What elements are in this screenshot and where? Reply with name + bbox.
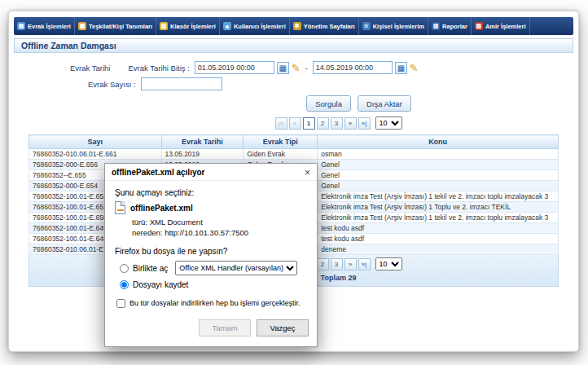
cell-konu: osman — [318, 149, 559, 160]
cell-tip: Giden Evrak — [244, 149, 318, 160]
dialog-title-bar: offlinePaket.xml açılıyor × — [105, 164, 317, 181]
cell-konu: Genel — [318, 181, 559, 191]
tab-klasor-islemleri[interactable]: ▧ Klasör İşlemleri — [156, 17, 220, 35]
cell-konu: Genel — [318, 170, 559, 181]
file-from-line: nereden: http://10.101.30.57:7500 — [132, 227, 307, 238]
calendar-icon[interactable]: ▦ — [277, 62, 289, 74]
save-file-radio[interactable] — [120, 280, 129, 289]
calendar-icon[interactable]: ▦ — [395, 62, 407, 74]
folder-icon: ▧ — [160, 22, 168, 30]
save-file-label: Dosyayı kaydet — [133, 280, 188, 289]
disa-aktar-button[interactable]: Dışa Aktar — [358, 95, 411, 112]
dialog-title: offlinePaket.xml açılıyor — [112, 168, 205, 177]
next-page-button[interactable]: » — [344, 117, 357, 130]
last-page-button[interactable]: »| — [358, 117, 371, 130]
actions-row: Sorgula Dışa Aktar — [139, 95, 578, 112]
screen: ▤ Evrak İşlemleri ▦ Teşkilat/Kişi Tanıml… — [0, 0, 588, 365]
tab-label: Klasör İşlemleri — [170, 23, 216, 30]
page-1-button[interactable]: 1 — [303, 117, 315, 130]
cell-konu: Elektronik imza Test (Arşiv İmzası) 1 te… — [318, 191, 559, 202]
top-pager: |« « 1 2 3 » »| 10 — [99, 117, 578, 130]
tab-label: Amir İşlemleri — [485, 23, 526, 30]
tab-teskilat-kisi-tanimlari[interactable]: ▦ Teşkilat/Kişi Tanımları — [75, 17, 156, 35]
page-3-button[interactable]: 3 — [331, 258, 343, 270]
tab-label: Evrak İşlemleri — [28, 23, 71, 30]
cell-konu: Genel — [318, 160, 559, 170]
tab-label: Kişisel İşlemlerim — [373, 23, 424, 30]
document-icon: ▤ — [17, 22, 25, 30]
person-star-icon: ☆ — [362, 22, 371, 30]
page-size-select[interactable]: 10 — [375, 117, 402, 130]
page-size-select[interactable]: 10 — [375, 257, 402, 270]
download-dialog: offlinePaket.xml açılıyor × Şunu açmayı … — [104, 163, 318, 347]
dialog-prompt: Şunu açmayı seçtiniz: — [115, 188, 307, 197]
evrak-sayisi-label: Evrak Sayısı : — [88, 80, 136, 89]
tab-raporlar[interactable]: ▥ Raporlar — [428, 17, 472, 35]
evrak-sayisi-input[interactable] — [141, 77, 222, 90]
edit-date-icon[interactable]: ✎ — [410, 62, 419, 74]
tab-evrak-islemleri[interactable]: ▤ Evrak İşlemleri — [14, 17, 75, 35]
remember-choice-checkbox[interactable] — [116, 299, 125, 308]
column-header-konu: Konu — [318, 135, 559, 149]
cell-konu: test kodu asdf — [318, 234, 559, 244]
remember-choice-label: Bu tür dosyalar indirilirken hep bu işle… — [129, 299, 301, 307]
date-end-input[interactable] — [313, 61, 393, 74]
edit-date-icon[interactable]: ✎ — [292, 62, 301, 74]
page-title: Offline Zaman Damgası — [14, 38, 573, 53]
evrak-tarihi-bitis-label: Evrak Tarihi Bitiş : — [128, 64, 189, 73]
tab-kisisel-islemlerim[interactable]: ☆ Kişisel İşlemlerim — [359, 17, 428, 35]
close-icon[interactable]: × — [305, 169, 310, 177]
cell-sayi: 76860352-010.06.01-E.661 — [29, 149, 162, 160]
cancel-button[interactable]: Vazgeç — [257, 319, 309, 336]
tab-amir-islemleri[interactable]: ▨ Amir İşlemleri — [472, 17, 530, 35]
page-3-button[interactable]: 3 — [331, 117, 343, 130]
prev-page-button[interactable]: « — [289, 117, 301, 130]
ok-button[interactable]: Tamam — [199, 319, 251, 336]
cell-konu: test kodu asdf — [318, 223, 559, 234]
open-with-radio[interactable] — [120, 264, 129, 273]
dialog-body: Şunu açmayı seçtiniz: offlinePaket.xml t… — [105, 181, 317, 308]
last-page-button[interactable]: »| — [358, 258, 371, 270]
evrak-tarihi-label: Evrak Tarihi — [70, 64, 110, 73]
next-page-button[interactable]: » — [344, 258, 357, 270]
xml-file-icon — [115, 201, 125, 214]
report-icon: ▥ — [432, 22, 440, 30]
open-with-label: Birlikte aç — [133, 264, 168, 273]
org-chart-icon: ▦ — [78, 22, 86, 30]
date-range-separator: - — [305, 64, 308, 73]
date-start-input[interactable] — [195, 61, 274, 74]
filter-form: Evrak Tarihi Evrak Tarihi Bitiş : ▦ ✎ - … — [9, 53, 578, 92]
column-header-evrak-tipi: Evrak Tipi — [244, 135, 318, 149]
cell-konu: deneme — [318, 244, 559, 255]
user-icon: ☻ — [223, 22, 231, 30]
file-type-line: türü: XML Document — [132, 217, 307, 227]
first-page-button[interactable]: |« — [275, 117, 287, 130]
tab-label: Teşkilat/Kişi Tanımları — [89, 23, 152, 30]
table-row[interactable]: 76860352-010.06.01-E.661 13.05.2019 Gide… — [29, 149, 559, 160]
dialog-question: Firefox bu dosya ile ne yapsın? — [115, 247, 307, 256]
tab-label: Yönetim Sayfaları — [304, 23, 355, 30]
open-with-select[interactable]: Office XML Handler (varsayılan) — [175, 261, 297, 275]
file-name: offlinePaket.xml — [130, 204, 193, 213]
cell-konu: Elektronik imza Test (Arşiv İmzası) 1 To… — [318, 202, 559, 213]
page-2-button[interactable]: 2 — [317, 258, 329, 270]
tab-label: Raporlar — [442, 23, 467, 30]
cell-tarih: 13.05.2019 — [161, 149, 244, 160]
tab-label: Kullanıcı İşlemleri — [234, 23, 286, 30]
page-2-button[interactable]: 2 — [317, 117, 329, 130]
supervisor-icon: ▨ — [475, 22, 483, 30]
column-header-evrak-tarihi: Evrak Tarihi — [161, 135, 244, 149]
cell-konu: Elektronik imza Test (Arşiv İmzası) 1 te… — [318, 213, 559, 223]
column-header-sayi: Sayı — [29, 135, 162, 149]
sorgula-button[interactable]: Sorgula — [306, 95, 351, 112]
tab-kullanici-islemleri[interactable]: ☻ Kullanıcı İşlemleri — [220, 17, 290, 35]
gear-icon: ✱ — [293, 22, 301, 30]
main-nav: ▤ Evrak İşlemleri ▦ Teşkilat/Kişi Tanıml… — [14, 17, 573, 35]
tab-yonetim-sayfalari[interactable]: ✱ Yönetim Sayfaları — [290, 17, 359, 35]
